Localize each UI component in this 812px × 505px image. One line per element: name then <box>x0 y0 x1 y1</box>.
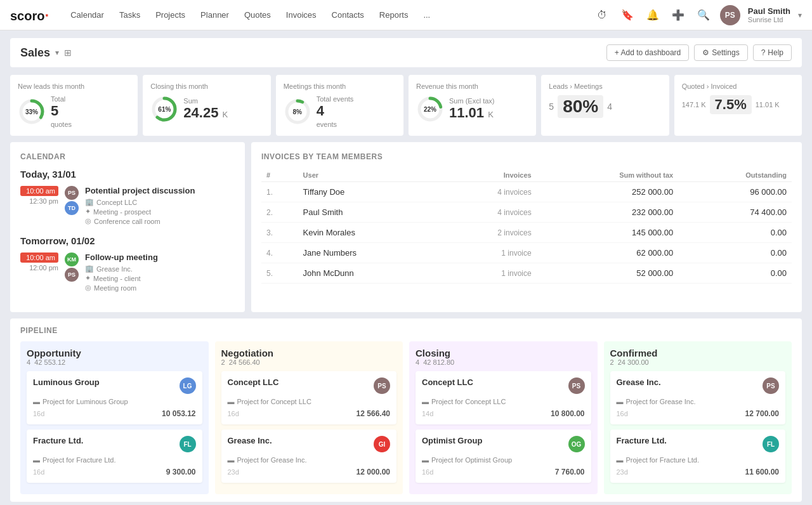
col-stats: 2 24 300.00 <box>610 358 786 366</box>
pc-amount: 10 800.00 <box>551 409 584 418</box>
row-num: 2. <box>261 202 298 223</box>
row-num: 3. <box>261 223 298 243</box>
add-dashboard-button[interactable]: + Add to dashboard <box>606 44 689 61</box>
pc-company[interactable]: Fracture Ltd. <box>617 436 667 445</box>
nav-quotes[interactable]: Quotes <box>238 6 277 23</box>
pc-company[interactable]: Optimist Group <box>422 436 482 445</box>
row-user[interactable]: Tiffany Doe <box>298 182 440 202</box>
calendar-event-1: 10:00 am 12:30 pm PS TD Potential projec… <box>20 186 235 226</box>
row-outstanding: 96 000.00 <box>678 182 792 202</box>
event-2-title[interactable]: Follow-up meeting <box>85 253 235 262</box>
nav-tasks[interactable]: Tasks <box>113 6 147 23</box>
event-1-title[interactable]: Potential project discussion <box>85 186 235 195</box>
col-sum: Sum without tax <box>537 169 678 182</box>
pipeline-col-closing: Closing 4 42 812.80 Concept LLC PS ▬ Pro… <box>409 341 598 494</box>
pc-avatar: PS <box>763 377 779 394</box>
event-1-avatar-ps: PS <box>65 186 79 200</box>
settings-button[interactable]: ⚙ Settings <box>694 44 747 61</box>
location-icon: ◎ <box>85 217 91 225</box>
col-stats: 4 42 812.80 <box>416 358 591 366</box>
pc-amount: 7 760.00 <box>555 468 585 476</box>
kpi-closing: Closing this month 61% Sum 24.25 K <box>143 75 270 136</box>
nav-links: Calendar Tasks Projects Planner Quotes I… <box>64 6 593 23</box>
row-num: 5. <box>261 263 298 284</box>
kpi-closing-body: 61% Sum 24.25 K <box>150 95 263 123</box>
page-title-row: Sales ▾ ⊞ <box>20 46 72 60</box>
kpi-closing-title: Closing this month <box>150 82 263 90</box>
kpi-revenue-donut: 22% <box>416 95 444 123</box>
calendar-day2-header: Tomorrow, 01/02 <box>20 235 235 246</box>
page-title-chevron-icon[interactable]: ▾ <box>55 48 59 57</box>
event-2-details: Follow-up meeting 🏢 Grease Inc. ✦ Meetin… <box>85 253 235 293</box>
event-1-avatar-td: TD <box>65 201 79 215</box>
project-icon: ▬ <box>617 456 624 464</box>
nav-reports[interactable]: Reports <box>373 6 415 23</box>
bell-icon[interactable]: 🔔 <box>644 6 662 24</box>
kpi-meetings-pct: 8% <box>292 108 301 115</box>
col-stage: Negotiation <box>221 348 397 358</box>
pc-company[interactable]: Concept LLC <box>422 377 473 387</box>
nav-more[interactable]: ... <box>417 6 436 23</box>
invoices-table: # User Invoices Sum without tax Outstand… <box>261 169 792 284</box>
nav-invoices[interactable]: Invoices <box>280 6 323 23</box>
table-row: 4. Jane Numbers 1 invoice 62 000.00 0.00 <box>261 243 792 263</box>
pipeline-col-confirmed: Confirmed 2 24 300.00 Grease Inc. PS ▬ P… <box>604 341 792 494</box>
pipeline-card: Optimist Group OG ▬ Project for Optimist… <box>416 430 591 483</box>
col-header: Closing 4 42 812.80 <box>416 348 591 366</box>
project-icon: ▬ <box>33 398 40 405</box>
col-stage: Opportunity <box>27 348 202 358</box>
col-stage: Confirmed <box>610 348 786 358</box>
event-1-location: ◎ Conference call room <box>85 217 235 225</box>
user-info[interactable]: Paul Smith Sunrise Ltd <box>748 6 790 23</box>
content-row: Calendar Today, 31/01 10:00 am 12:30 pm … <box>10 142 802 312</box>
event-2-avatar-ps: PS <box>65 268 79 282</box>
page-header-actions: + Add to dashboard ⚙ Settings ? Help <box>606 44 792 61</box>
user-chevron-icon[interactable]: ▾ <box>798 11 802 20</box>
pc-company[interactable]: Grease Inc. <box>228 436 272 445</box>
kpi-new-leads-pct: 33% <box>25 108 38 115</box>
nav-planner[interactable]: Planner <box>194 6 235 23</box>
pipeline-card: Fracture Ltd. FL ▬ Project for Fracture … <box>610 430 786 483</box>
project-icon: ▬ <box>617 398 624 405</box>
row-outstanding: 0.00 <box>678 243 792 263</box>
settings-icon: ⚙ <box>702 48 709 57</box>
pipeline-card: Luminous Group LG ▬ Project for Luminous… <box>27 371 202 424</box>
pc-company[interactable]: Concept LLC <box>228 377 279 387</box>
nav-actions: ⏱ 🔖 🔔 ➕ 🔍 PS Paul Smith Sunrise Ltd ▾ <box>593 5 802 25</box>
row-sum: 145 000.00 <box>537 223 678 243</box>
pc-header: Optimist Group OG <box>422 436 585 452</box>
pc-amount: 9 300.00 <box>166 468 196 476</box>
pc-footer: 16d 7 760.00 <box>422 468 585 476</box>
kpi-revenue-title: Revenue this month <box>416 82 528 90</box>
help-button[interactable]: ? Help <box>753 44 792 61</box>
pc-project: ▬ Project for Optimist Group <box>422 456 585 464</box>
pipeline-card: Grease Inc. GI ▬ Project for Grease Inc.… <box>221 430 397 483</box>
pc-company[interactable]: Fracture Ltd. <box>33 436 83 445</box>
nav-contacts[interactable]: Contacts <box>325 6 370 23</box>
timer-icon[interactable]: ⏱ <box>593 6 611 24</box>
pc-company[interactable]: Luminous Group <box>33 377 100 387</box>
calendar-card: Calendar Today, 31/01 10:00 am 12:30 pm … <box>10 142 245 312</box>
pc-footer: 16d 9 300.00 <box>33 468 196 476</box>
row-user[interactable]: Kevin Morales <box>298 223 440 243</box>
nav-projects[interactable]: Projects <box>149 6 192 23</box>
kpi-leads-pct: 80% <box>558 95 603 118</box>
bookmark-icon[interactable]: 🔖 <box>619 6 636 24</box>
add-icon[interactable]: ➕ <box>669 6 687 24</box>
row-user[interactable]: Paul Smith <box>298 202 440 223</box>
row-sum: 252 000.00 <box>537 182 678 202</box>
pipeline-card: Grease Inc. PS ▬ Project for Grease Inc.… <box>610 371 786 424</box>
logo[interactable]: scoro· <box>10 6 49 24</box>
search-icon[interactable]: 🔍 <box>695 6 712 24</box>
filter-icon[interactable]: ⊞ <box>64 48 72 58</box>
row-user[interactable]: John McDunn <box>298 263 440 284</box>
col-header: Negotiation 2 24 566.40 <box>221 348 397 366</box>
pc-company[interactable]: Grease Inc. <box>617 377 661 387</box>
pc-footer: 23d 11 600.00 <box>617 468 780 476</box>
row-user[interactable]: Jane Numbers <box>298 243 440 263</box>
nav-calendar[interactable]: Calendar <box>64 6 110 23</box>
invoices-section-title: Invoices by team members <box>261 152 792 161</box>
pc-avatar: FL <box>180 436 196 452</box>
kpi-closing-pct: 61% <box>158 106 171 113</box>
event-1-avatars: PS TD <box>65 186 79 215</box>
